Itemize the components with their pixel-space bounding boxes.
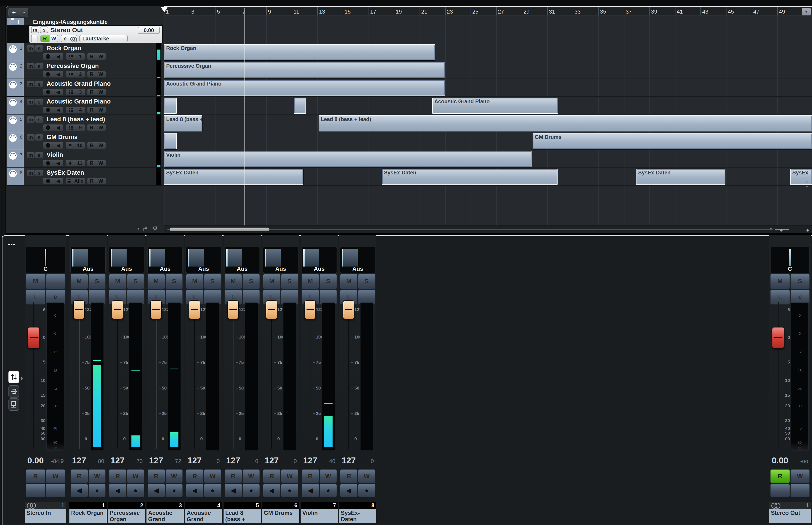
pan-control[interactable]: Aus (340, 246, 375, 273)
monitor-icon[interactable]: ◀ (56, 107, 60, 113)
monitor-button[interactable]: ◀ (225, 484, 242, 497)
record-enable-icon[interactable] (46, 54, 50, 59)
pan-control[interactable]: Aus (148, 246, 183, 273)
midi-clip[interactable]: GM Drums (532, 133, 812, 149)
pan-control[interactable]: C (770, 246, 810, 273)
mute-button[interactable]: m (27, 45, 35, 52)
midi-channel-group[interactable]: 10 (65, 142, 85, 149)
read-automation-button[interactable]: R (148, 469, 165, 483)
mute-button[interactable]: m (31, 27, 39, 33)
record-enable-button[interactable]: ● (89, 484, 106, 497)
midi-clip[interactable] (294, 97, 306, 114)
volume-fader[interactable] (28, 327, 40, 348)
solo-button[interactable]: S (791, 274, 810, 289)
solo-button[interactable]: s (35, 99, 43, 105)
channel-name[interactable]: Rock Organ (70, 509, 107, 523)
write-automation-button[interactable]: W (791, 469, 810, 483)
read-automation-button[interactable]: R (225, 469, 242, 483)
mute-button[interactable]: M (225, 274, 242, 289)
record-monitor-group[interactable]: ◀ (43, 89, 63, 95)
mute-button[interactable]: m (27, 116, 35, 123)
midi-channel-value[interactable]: 3 (79, 89, 82, 95)
stereo-link-icon[interactable] (69, 35, 77, 42)
write-automation-button[interactable]: W (243, 469, 260, 483)
read-write-group[interactable]: R W (87, 89, 106, 95)
channel-name[interactable]: Violin (301, 509, 338, 523)
vertical-zoom-icon[interactable]: ⇕ (142, 227, 146, 232)
midi-channel-group[interactable]: Alle (65, 178, 85, 184)
read-automation-button[interactable]: R (71, 469, 88, 483)
record-enable-icon[interactable] (46, 161, 50, 166)
monitor-button[interactable]: ◀ (340, 484, 358, 497)
write-automation-button[interactable]: W (99, 125, 103, 131)
write-automation-button[interactable]: W (49, 35, 58, 42)
volume-value[interactable]: 127 (72, 456, 86, 465)
volume-value[interactable]: 127 (187, 456, 202, 465)
volume-value[interactable]: 0.00 (772, 456, 788, 465)
volume-fader[interactable] (304, 300, 316, 319)
midi-channel-value[interactable]: 11 (77, 161, 82, 166)
midi-channel-group[interactable]: 9 (65, 124, 85, 131)
midi-channel-group[interactable]: 3 (65, 89, 85, 95)
record-monitor-group[interactable]: ◀ (43, 53, 63, 60)
write-automation-button[interactable]: W (358, 469, 376, 483)
zoom-slider-handle[interactable]: ◆ (780, 228, 783, 232)
read-automation-button[interactable]: R (340, 469, 358, 483)
solo-button[interactable]: s (40, 27, 48, 33)
solo-button[interactable]: s (35, 169, 43, 176)
track-row[interactable]: 2 m s Percussive Organ ◀ 2 R W (7, 61, 163, 79)
monitor-button[interactable]: ◀ (302, 484, 319, 497)
volume-fader[interactable] (266, 300, 277, 319)
input-routing-button[interactable] (9, 385, 19, 397)
midi-clip[interactable] (164, 133, 177, 149)
record-enable-icon[interactable] (46, 107, 50, 112)
scroll-down-icon[interactable]: ▼ (805, 185, 809, 189)
master-volume-value[interactable]: 0.00 (138, 27, 160, 34)
record-monitor-group[interactable]: ◀ (43, 124, 63, 131)
channel-name[interactable]: GM Drums (262, 509, 299, 523)
solo-button[interactable]: S (166, 274, 183, 289)
midi-channel-value[interactable]: 2 (79, 72, 82, 77)
track-row[interactable]: 3 m s Acoustic Grand Piano ◀ 3 R (7, 79, 163, 97)
solo-button[interactable]: S (358, 274, 376, 289)
io-channels-folder-track[interactable]: Eingangs-/Ausgangskanäle (7, 18, 163, 26)
volume-fader[interactable] (150, 300, 162, 319)
volume-fader[interactable] (189, 300, 200, 319)
midi-clip[interactable]: Violin (164, 151, 532, 167)
channel-name[interactable]: Acoustic Grand Piano (185, 509, 222, 523)
solo-button[interactable]: S (204, 274, 222, 289)
read-write-group[interactable]: R W (87, 178, 106, 184)
read-automation-button[interactable]: R (109, 469, 126, 483)
solo-button[interactable]: s (35, 152, 43, 159)
midi-channel-value[interactable]: 9 (79, 125, 82, 131)
solo-button[interactable]: S (320, 274, 337, 289)
channel-name[interactable]: Acoustic Grand Piano (147, 509, 184, 523)
pan-control[interactable]: Aus (71, 246, 106, 273)
mute-button[interactable]: M (263, 274, 281, 289)
read-automation-button[interactable]: R (186, 469, 204, 483)
blank-button[interactable] (26, 484, 45, 497)
edit-channel-button[interactable]: e (61, 35, 69, 42)
mute-button[interactable]: M (109, 274, 126, 289)
midi-channel-value[interactable]: Alle (74, 178, 83, 184)
cursor-marker-icon[interactable] (161, 7, 168, 12)
read-automation-button[interactable]: R (263, 469, 281, 483)
read-automation-button[interactable]: R (90, 71, 93, 77)
fader-view-button[interactable] (9, 371, 19, 383)
write-automation-button[interactable]: W (46, 469, 65, 483)
midi-clip[interactable]: SysEx-Daten (164, 169, 303, 185)
channel-name[interactable]: Stereo Out (769, 509, 811, 523)
track-row[interactable]: 5 m s Lead 8 (bass + lead) ◀ 9 R (7, 115, 163, 132)
write-automation-button[interactable]: W (99, 142, 103, 148)
solo-button[interactable]: s (35, 116, 43, 123)
monitor-button[interactable]: ◀ (109, 484, 126, 497)
mute-button[interactable]: M (71, 274, 88, 289)
midi-clip[interactable]: Rock Organ (164, 44, 435, 60)
record-enable-icon[interactable] (46, 90, 50, 94)
midi-channel-value[interactable]: 10 (77, 143, 82, 148)
write-automation-button[interactable]: W (204, 469, 222, 483)
volume-value[interactable]: 127 (342, 456, 356, 465)
monitor-icon[interactable]: ◀ (56, 178, 60, 184)
mute-button[interactable]: M (148, 274, 165, 289)
track-row[interactable]: 8 m s SysEx-Daten ◀ Alle R W (7, 168, 163, 186)
